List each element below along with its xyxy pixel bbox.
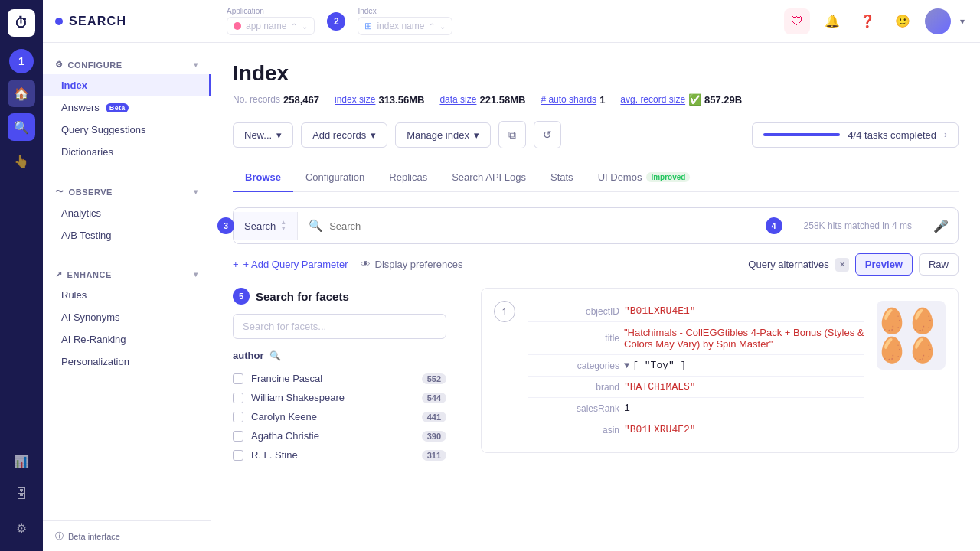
facet-author-header: author 🔍 — [233, 350, 446, 361]
no-records-label: No. records — [233, 94, 280, 105]
step1-badge[interactable]: 1 — [9, 49, 34, 73]
facet-checkbox-4[interactable] — [233, 450, 243, 461]
sidebar-item-ab-testing[interactable]: A/B Testing — [43, 224, 211, 246]
field-key-title: title — [528, 333, 619, 344]
sidebar-item-analytics[interactable]: Analytics — [43, 202, 211, 224]
search-input[interactable] — [329, 220, 759, 232]
raw-btn[interactable]: Raw — [919, 253, 959, 276]
avg-record-label[interactable]: avg. record size — [620, 94, 685, 105]
enhance-header[interactable]: ↗ ENHANCE ▾ — [43, 265, 211, 284]
search-type-selector[interactable]: Search ▲▼ — [234, 212, 298, 240]
rail-icon-database[interactable]: 🗄 — [8, 481, 35, 508]
answers-beta-badge: Beta — [106, 103, 129, 112]
tab-configuration[interactable]: Configuration — [293, 164, 377, 192]
data-size-label[interactable]: data size — [439, 94, 476, 105]
observe-section: 〜 OBSERVE ▾ Analytics A/B Testing — [43, 169, 211, 253]
facet-author-search-icon[interactable]: 🔍 — [270, 350, 281, 361]
data-size-meta: data size 221.58MB — [439, 94, 525, 106]
rail-icon-pointer[interactable]: 👆 — [8, 147, 35, 174]
tasks-bar[interactable]: 4/4 tasks completed › — [752, 122, 959, 148]
sidebar-item-answers[interactable]: Answers Beta — [43, 96, 211, 119]
configure-icon: ⚙ — [55, 60, 64, 70]
sidebar-item-query-suggestions[interactable]: Query Suggestions — [43, 119, 211, 141]
add-query-param-btn[interactable]: + + Add Query Parameter — [233, 259, 348, 270]
tab-stats-label: Stats — [550, 171, 573, 183]
index-selector[interactable]: ⊞ index name ⌃ ⌄ — [358, 17, 452, 35]
refresh-btn[interactable]: ↺ — [534, 121, 561, 148]
facet-checkbox-1[interactable] — [233, 393, 243, 403]
beta-interface-btn[interactable]: ⓘ Beta interface — [55, 530, 198, 542]
tab-stats[interactable]: Stats — [538, 164, 586, 192]
brand-dot — [55, 18, 63, 25]
rail-icon-home[interactable]: 🏠 — [8, 80, 35, 107]
no-records-meta: No. records 258,467 — [233, 94, 319, 106]
new-btn-label: New... — [244, 129, 272, 141]
application-label: Application — [227, 7, 315, 15]
notification-btn[interactable]: 🔔 — [819, 8, 845, 34]
facet-checkbox-3[interactable] — [233, 431, 243, 442]
facet-checkbox-0[interactable] — [233, 373, 243, 384]
sidebar: SEARCH ⚙ CONFIGURE ▾ Index Answers Beta … — [43, 0, 211, 551]
rail-icon-search[interactable]: 🔍 — [8, 113, 35, 141]
sidebar-item-ai-synonyms[interactable]: AI Synonyms — [43, 306, 211, 328]
shield-btn[interactable]: 🛡 — [784, 8, 810, 34]
observe-header[interactable]: 〜 OBSERVE ▾ — [43, 181, 211, 202]
tab-ui-demos[interactable]: UI Demos Improved — [586, 164, 703, 192]
facet-checkbox-2[interactable] — [233, 412, 243, 422]
sidebar-item-index[interactable]: Index — [43, 74, 211, 96]
facet-name-1: William Shakespeare — [251, 392, 414, 403]
field-key-objectid: objectID — [528, 306, 619, 317]
search-type-label: Search — [244, 220, 276, 232]
configure-label: CONFIGURE — [68, 60, 122, 70]
tab-browse[interactable]: Browse — [233, 164, 293, 192]
icon-rail: ⏱ 1 🏠 🔍 👆 📊 🗄 ⚙ — [0, 0, 43, 551]
tab-configuration-label: Configuration — [305, 171, 364, 183]
query-alternatives-close[interactable]: ✕ — [835, 258, 849, 272]
auto-shards-label[interactable]: # auto shards — [541, 94, 596, 105]
manage-index-btn[interactable]: Manage index ▾ — [395, 122, 491, 148]
user-dropdown-arrow[interactable]: ▾ — [960, 16, 965, 27]
sidebar-item-personalization[interactable]: Personalization — [43, 350, 211, 373]
manage-index-chevron-icon: ▾ — [474, 129, 479, 141]
beta-icon: ⓘ — [55, 530, 64, 542]
sidebar-item-rules[interactable]: Rules — [43, 284, 211, 306]
tasks-arrow-icon: › — [944, 129, 947, 140]
ai-synonyms-label: AI Synonyms — [61, 311, 120, 323]
tab-search-api-logs[interactable]: Search API Logs — [439, 164, 538, 192]
index-size-label[interactable]: index size — [335, 94, 375, 105]
sidebar-item-dictionaries[interactable]: Dictionaries — [43, 141, 211, 163]
facets-search-input[interactable] — [233, 314, 446, 339]
two-column-layout: 5 Search for facets author 🔍 Francine Pa… — [233, 288, 959, 465]
rail-icon-chart[interactable]: 📊 — [8, 447, 35, 474]
voice-btn[interactable]: 🎤 — [923, 208, 958, 243]
sidebar-item-ai-reranking[interactable]: AI Re-Ranking — [43, 328, 211, 350]
configure-header[interactable]: ⚙ CONFIGURE ▾ — [43, 55, 211, 74]
new-btn-chevron-icon: ▾ — [276, 129, 282, 141]
facet-item-4: R. L. Stine 311 — [233, 445, 446, 465]
copy-btn[interactable]: ⧉ — [498, 121, 526, 148]
result-image-emoji: 🥚🥚🥚🥚 — [877, 306, 946, 364]
new-btn[interactable]: New... ▾ — [233, 122, 293, 148]
preview-btn[interactable]: Preview — [855, 253, 913, 276]
personalization-label: Personalization — [61, 356, 129, 367]
field-categories: categories ▼ [ "Toy" ] — [528, 355, 864, 377]
step3-badge: 3 — [217, 217, 234, 234]
result-number-1: 1 — [494, 301, 515, 322]
enhance-section: ↗ ENHANCE ▾ Rules AI Synonyms AI Re-Rank… — [43, 253, 211, 379]
configure-section: ⚙ CONFIGURE ▾ Index Answers Beta Query S… — [43, 43, 211, 169]
emoji-btn[interactable]: 🙂 — [890, 8, 916, 34]
facet-name-2: Carolyn Keene — [251, 411, 414, 422]
facets-panel: 5 Search for facets author 🔍 Francine Pa… — [233, 288, 462, 465]
help-btn[interactable]: ❓ — [854, 8, 880, 34]
display-prefs-btn[interactable]: 👁 Display preferences — [361, 259, 463, 270]
application-selector[interactable]: app name ⌃ ⌄ — [227, 17, 315, 35]
tab-browse-label: Browse — [245, 171, 281, 183]
tab-replicas[interactable]: Replicas — [377, 164, 439, 192]
top-selector-bar: Application app name ⌃ ⌄ 2 Index ⊞ index… — [211, 0, 980, 43]
enhance-label: ENHANCE — [67, 270, 112, 279]
index-name: index name — [377, 21, 424, 31]
rail-icon-settings[interactable]: ⚙ — [8, 514, 35, 542]
avatar[interactable] — [925, 8, 951, 34]
field-objectid: objectID "B01LXRU4E1" — [528, 301, 864, 322]
add-records-btn[interactable]: Add records ▾ — [301, 122, 387, 148]
